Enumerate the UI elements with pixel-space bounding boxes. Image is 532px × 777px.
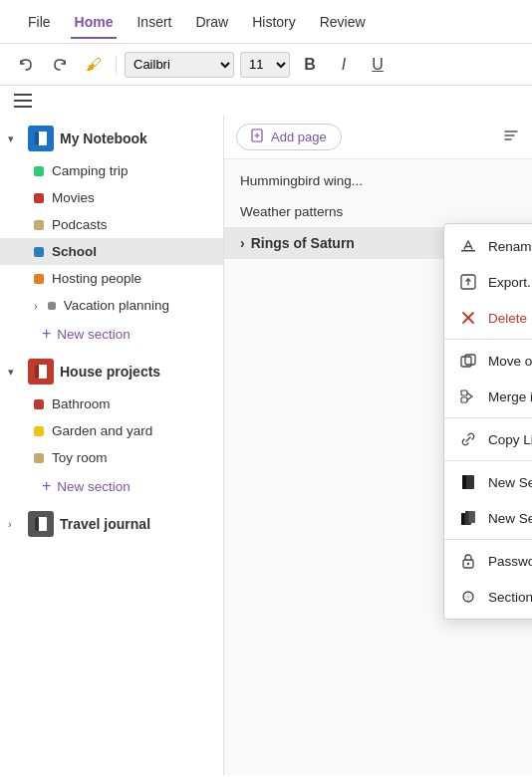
menu-insert[interactable]: Insert xyxy=(125,6,183,38)
size-select[interactable]: 11 xyxy=(240,52,290,78)
notebook-my-notebook[interactable]: ▾ My Notebook xyxy=(0,120,223,157)
ctx-merge-label: Merge into Another Section... xyxy=(488,389,532,404)
ctx-sectioncolor-label: Section Color xyxy=(488,590,532,605)
ctx-divider-2 xyxy=(444,417,532,418)
ctx-divider-1 xyxy=(444,339,532,340)
section-color-dot xyxy=(34,166,44,176)
section-vacation[interactable]: › Vacation planning xyxy=(0,292,223,319)
ctx-newsectiongroup[interactable]: New Section Group xyxy=(444,500,532,536)
ctx-copylink[interactable]: Copy Link to Section xyxy=(444,421,532,457)
toolbar: 🖌 Cailbri 11 B I U xyxy=(0,44,532,86)
bold-button[interactable]: B xyxy=(296,51,324,79)
svg-rect-23 xyxy=(462,475,466,489)
section-toyroom[interactable]: Toy room xyxy=(0,444,223,471)
content-area: Add page Hummingbird wing... Weather pat… xyxy=(224,116,532,775)
section-garden[interactable]: Garden and yard xyxy=(0,417,223,444)
menu-history[interactable]: History xyxy=(240,6,308,38)
ctx-rename[interactable]: Rename xyxy=(444,228,532,264)
movecopy-icon xyxy=(458,351,478,371)
delete-icon xyxy=(458,308,478,328)
menu-review[interactable]: Review xyxy=(308,6,378,38)
section-label: Movies xyxy=(52,190,95,205)
svg-rect-5 xyxy=(35,517,39,531)
rename-icon xyxy=(458,236,478,256)
section-color-dot xyxy=(34,247,44,257)
section-label: Garden and yard xyxy=(52,423,152,438)
newsection-icon xyxy=(458,472,478,492)
new-section-house-projects[interactable]: + New section xyxy=(0,471,223,501)
ctx-move-copy[interactable]: Move or Copy... xyxy=(444,343,532,379)
ctx-export[interactable]: Export... xyxy=(444,264,532,300)
section-color-dot xyxy=(34,193,44,203)
ctx-newsection-label: New Section xyxy=(488,475,532,490)
ctx-delete-label: Delete xyxy=(488,311,527,326)
svg-rect-21 xyxy=(461,397,467,402)
section-color-dot xyxy=(34,426,44,436)
highlighter-icon: 🖌 xyxy=(86,56,102,74)
svg-rect-12 xyxy=(461,250,475,252)
section-color-dot xyxy=(48,302,56,310)
redo-button[interactable] xyxy=(46,51,74,79)
section-camping[interactable]: Camping trip xyxy=(0,157,223,184)
underline-button[interactable]: U xyxy=(364,51,392,79)
ctx-password-label: Password Protect This Section xyxy=(488,554,532,569)
svg-rect-3 xyxy=(35,365,39,379)
new-section-my-notebook[interactable]: + New section xyxy=(0,319,223,349)
menu-home[interactable]: Home xyxy=(63,6,126,38)
ctx-password[interactable]: Password Protect This Section xyxy=(444,543,532,579)
hamburger-menu[interactable] xyxy=(14,94,32,108)
ctx-divider-3 xyxy=(444,460,532,461)
my-notebook-icon xyxy=(28,126,54,151)
chevron-down-icon: ▾ xyxy=(8,132,22,145)
house-projects-icon xyxy=(28,359,54,385)
svg-rect-27 xyxy=(465,511,469,523)
undo-button[interactable] xyxy=(12,51,40,79)
section-header-label: Rings of Saturn xyxy=(251,235,355,251)
section-color-dot xyxy=(34,453,44,463)
menu-draw[interactable]: Draw xyxy=(183,6,240,38)
travel-journal-label: Travel journal xyxy=(60,516,150,532)
section-label: Camping trip xyxy=(52,163,129,178)
page-list-header: Add page xyxy=(224,116,532,159)
sectioncolor-icon xyxy=(458,587,478,607)
page-hummingbird[interactable]: Hummingbird wing... xyxy=(224,165,532,196)
section-hosting[interactable]: Hosting people xyxy=(0,265,223,292)
ctx-merge[interactable]: Merge into Another Section... xyxy=(444,379,532,414)
ctx-newsection[interactable]: New Section xyxy=(444,464,532,500)
section-color-dot xyxy=(34,399,44,409)
context-menu: Rename Export... xyxy=(443,223,532,620)
section-bathroom[interactable]: Bathroom xyxy=(0,390,223,417)
menu-bar: File Home Insert Draw History Review xyxy=(0,0,532,44)
svg-rect-1 xyxy=(35,131,39,145)
section-label: Vacation planning xyxy=(64,298,169,313)
italic-button[interactable]: I xyxy=(330,51,358,79)
newsectiongroup-icon xyxy=(458,508,478,528)
ctx-delete[interactable]: Delete xyxy=(444,300,532,336)
section-label: Podcasts xyxy=(52,217,108,232)
section-color-dot xyxy=(34,274,44,284)
my-notebook-label: My Notebook xyxy=(60,130,147,146)
chevron-down-icon: ▾ xyxy=(8,366,22,379)
chevron-right-icon: › xyxy=(34,300,38,312)
highlight-button[interactable]: 🖌 xyxy=(80,51,108,79)
section-label: Toy room xyxy=(52,450,108,465)
add-page-label: Add page xyxy=(271,130,327,144)
font-select[interactable]: Cailbri xyxy=(125,52,234,78)
section-school[interactable]: School xyxy=(0,238,223,265)
add-page-button[interactable]: Add page xyxy=(236,124,342,150)
sort-button[interactable] xyxy=(502,127,520,148)
ctx-move-copy-label: Move or Copy... xyxy=(488,354,532,369)
menu-file[interactable]: File xyxy=(16,6,63,38)
notebook-house-projects[interactable]: ▾ House projects xyxy=(0,353,223,390)
merge-icon xyxy=(458,387,478,406)
section-label: Hosting people xyxy=(52,271,141,286)
hamburger-row xyxy=(0,86,532,116)
add-page-icon xyxy=(251,129,265,145)
section-movies[interactable]: Movies xyxy=(0,184,223,211)
svg-point-29 xyxy=(467,563,469,565)
ctx-export-label: Export... xyxy=(488,275,532,290)
plus-icon: + xyxy=(42,477,51,495)
notebook-travel-journal[interactable]: › Travel journal xyxy=(0,505,223,543)
section-podcasts[interactable]: Podcasts xyxy=(0,211,223,238)
ctx-sectioncolor[interactable]: Section Color › xyxy=(444,579,532,615)
